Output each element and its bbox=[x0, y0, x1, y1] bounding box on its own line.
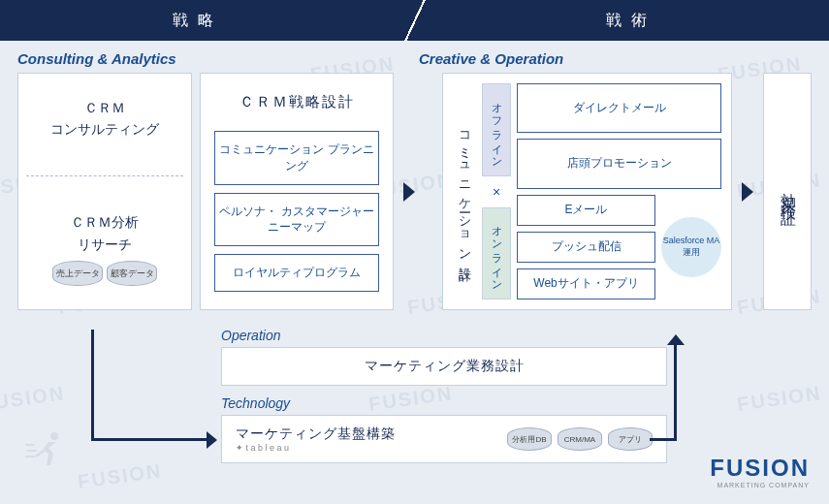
strategy-item-communication: コミュニケーション プランニング bbox=[214, 131, 379, 185]
salesforce-circle: Salesforce MA運用 bbox=[661, 217, 721, 277]
cylinder-customer-data: 顧客データ bbox=[107, 261, 157, 286]
logo-sub: MARKETING COMPANY bbox=[710, 482, 810, 488]
strategy-box: ＣＲＭ戦略設計 コミュニケーション プランニング ペルソナ・ カスタマージャーニ… bbox=[200, 73, 394, 310]
svg-point-0 bbox=[50, 432, 58, 440]
section-consulting-title: Consulting & Analytics bbox=[17, 50, 405, 67]
channel-direct-mail: ダイレクトメール bbox=[517, 83, 721, 133]
cross-icon: × bbox=[482, 184, 511, 200]
arrow-right-icon bbox=[742, 182, 753, 202]
crm-consulting-line1: ＣＲＭ bbox=[26, 97, 183, 118]
offline-label: オフライン bbox=[482, 83, 511, 176]
cylinder-sales-data: 売上データ bbox=[52, 261, 103, 286]
technology-title: マーケティング基盤構築 bbox=[236, 425, 396, 443]
section-operation-title: Operation bbox=[221, 328, 667, 343]
flow-arrow-right bbox=[91, 438, 207, 441]
channel-web-app: Webサイト・アプリ bbox=[517, 268, 655, 299]
verify-box: 効果検証 bbox=[763, 73, 812, 310]
svg-rect-3 bbox=[25, 456, 35, 457]
dashed-divider bbox=[26, 175, 183, 176]
channel-push: プッシュ配信 bbox=[517, 232, 655, 263]
header-strategy: 戦略 bbox=[0, 0, 396, 41]
strategy-item-persona: ペルソナ・ カスタマージャーニーマップ bbox=[214, 193, 379, 247]
operation-title: マーケティング業務設計 bbox=[365, 358, 525, 375]
svg-rect-1 bbox=[25, 444, 35, 446]
header-separator bbox=[396, 0, 434, 41]
technology-box: マーケティング基盤構築 ✦ t a b l e a u 分析用DB CRM/MA… bbox=[221, 415, 667, 463]
header-bar: 戦略 戦術 bbox=[0, 0, 829, 41]
flow-arrow-down bbox=[91, 330, 94, 441]
flow-arrow-up bbox=[674, 344, 677, 441]
flow-arrow-right-2 bbox=[650, 438, 677, 441]
strategy-item-loyalty: ロイヤルティプログラム bbox=[214, 254, 379, 292]
runner-icon bbox=[21, 426, 68, 477]
section-technology-title: Technology bbox=[221, 395, 667, 411]
fusion-logo: FUSION MARKETING COMPANY bbox=[710, 455, 810, 488]
verify-label: 効果検証 bbox=[778, 180, 798, 204]
crm-consulting-line2: コンサルティング bbox=[26, 118, 183, 140]
section-creative-title: Creative & Operation bbox=[419, 50, 563, 67]
consulting-box: ＣＲＭ コンサルティング ＣＲＭ分析 リサーチ 売上データ 顧客データ bbox=[17, 73, 192, 310]
creative-box: コミュニケーション設計 オフライン × オンライン ダイレクトメール 店頭プロモ… bbox=[442, 73, 732, 310]
strategy-title: ＣＲＭ戦略設計 bbox=[208, 81, 385, 123]
communication-design-label: コミュニケーション設計 bbox=[453, 83, 476, 299]
crm-analysis-line1: ＣＲＭ分析 bbox=[26, 211, 183, 233]
arrow-right-icon bbox=[403, 182, 415, 202]
cylinder-app: アプリ bbox=[608, 427, 653, 451]
cylinder-analytics-db: 分析用DB bbox=[507, 427, 552, 451]
header-tactics: 戦術 bbox=[434, 0, 830, 41]
online-label: オンライン bbox=[482, 207, 511, 300]
tableau-label: ✦ t a b l e a u bbox=[236, 443, 396, 453]
operation-box: マーケティング業務設計 bbox=[221, 347, 667, 386]
cylinder-crm-ma: CRM/MA bbox=[558, 427, 602, 451]
channel-email: Eメール bbox=[517, 195, 655, 226]
logo-main: FUSION bbox=[710, 455, 810, 482]
crm-analysis-line2: リサーチ bbox=[26, 234, 183, 255]
svg-rect-2 bbox=[27, 450, 37, 452]
channel-store-promo: 店頭プロモーション bbox=[517, 139, 721, 188]
